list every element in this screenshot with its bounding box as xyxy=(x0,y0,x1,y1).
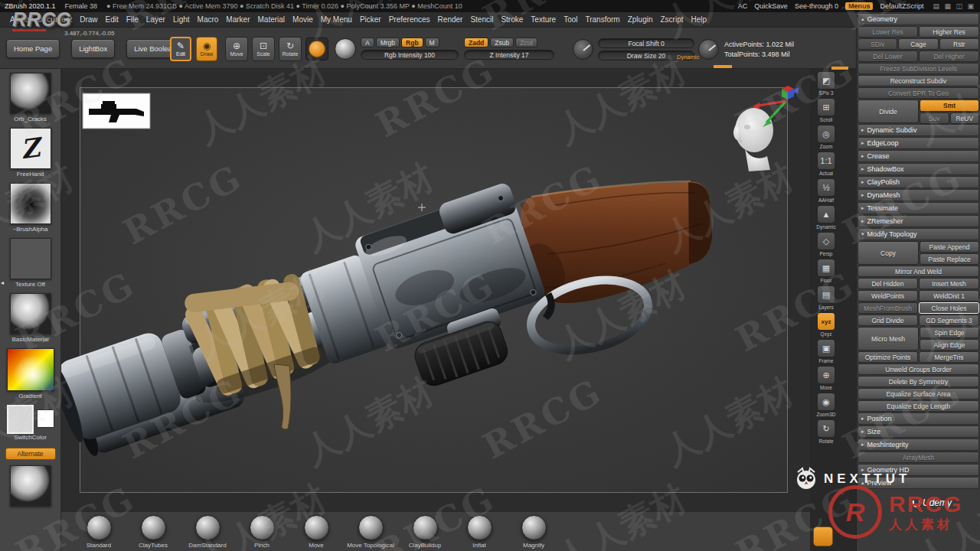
panel-button[interactable]: Insert Mesh xyxy=(919,278,979,289)
menu-item[interactable]: Movie xyxy=(289,15,317,24)
titlebar-button[interactable]: AC xyxy=(738,2,748,10)
menu-item[interactable]: Layer xyxy=(142,15,169,24)
panel-button[interactable]: Micro Mesh xyxy=(858,327,919,350)
panel-button[interactable]: Equalize Edge Length xyxy=(858,400,979,412)
brush-item[interactable]: DamStandard xyxy=(182,515,233,549)
shotgun-model[interactable] xyxy=(61,69,810,511)
edit-button[interactable]: ✎ Edit xyxy=(170,37,191,61)
shelf-button-icon[interactable]: ▲ xyxy=(817,205,835,223)
subpalette-header[interactable]: ▸ShadowBox xyxy=(858,163,979,175)
panel-button[interactable]: Mirror And Weld xyxy=(858,266,979,277)
panel-button[interactable]: Unweld Groups Border xyxy=(858,364,979,375)
subpalette-header[interactable]: ▸Dynamic Subdiv xyxy=(858,124,979,136)
subpalette-header[interactable]: ▸DynaMesh xyxy=(858,189,979,201)
subpalette-header[interactable]: ▸Position xyxy=(858,412,979,425)
draw-button[interactable]: ◉ Draw xyxy=(196,37,217,61)
brush-item[interactable]: Magnify xyxy=(508,515,559,549)
subpalette-header[interactable]: ▸MeshIntegrity xyxy=(858,439,979,451)
brush-thumbnail[interactable] xyxy=(304,515,329,540)
shelf-button[interactable]: ↻ Rotate xyxy=(812,419,840,444)
left-tray-item[interactable]: FreeHand xyxy=(10,128,51,178)
subpalette-header[interactable]: ▾Modify Topology xyxy=(858,228,979,240)
subpalette-header[interactable]: ▸EdgeLoop xyxy=(858,137,979,149)
focal-shift-slider[interactable]: Focal Shift 0 xyxy=(598,38,694,48)
panel-button[interactable]: Close Holes xyxy=(919,302,979,314)
brush-thumbnail[interactable] xyxy=(87,515,112,540)
transform-button[interactable]: ↻ Rotate xyxy=(279,37,302,61)
paint-mode-button[interactable]: M xyxy=(425,37,439,47)
menu-item[interactable]: Macro xyxy=(194,15,223,24)
panel-button[interactable]: Spin Edge xyxy=(920,327,979,338)
panel-button[interactable]: Grid Divide xyxy=(858,315,918,326)
viewport-canvas[interactable] xyxy=(61,69,810,511)
panel-button[interactable]: Divide xyxy=(858,99,919,123)
panel-button[interactable]: Align Edge xyxy=(920,339,979,350)
sculpt-mode-button[interactable]: Zadd xyxy=(464,37,488,47)
z-intensity-slider[interactable]: Z Intensity 17 xyxy=(464,50,554,60)
transform-button[interactable]: ⊕ Move xyxy=(225,37,248,61)
menu-item[interactable]: Zplugin xyxy=(624,15,657,24)
panel-button[interactable]: Smt xyxy=(920,99,979,112)
paint-mode-button[interactable]: Mrgb xyxy=(376,37,400,47)
shelf-button-icon[interactable]: ▦ xyxy=(817,259,835,277)
menu-item[interactable]: Stroke xyxy=(497,15,527,24)
transform-button[interactable]: ⊡ Scale xyxy=(252,37,275,61)
current-brush-swatch[interactable] xyxy=(305,37,328,60)
menu-item[interactable]: Picker xyxy=(356,15,385,24)
brush-thumbnail[interactable] xyxy=(141,515,166,540)
shelf-button[interactable]: ⊕ Move xyxy=(812,366,840,390)
left-tray-thumbnail[interactable] xyxy=(10,128,51,169)
left-tray-item[interactable]: BasicMaterial xyxy=(10,293,51,343)
shelf-button[interactable]: ◎ Zoom xyxy=(812,125,840,149)
panel-button[interactable]: Freeze SubDivision Levels xyxy=(858,63,979,74)
subpalette-header[interactable]: ▴Geometry xyxy=(858,13,979,25)
brush-thumbnail[interactable] xyxy=(521,515,547,540)
window-layout-icons[interactable]: ▤ ▦ ◫ ▣ xyxy=(933,2,975,10)
shelf-button[interactable]: ▲ Dynamic xyxy=(812,205,840,230)
shelf-button-icon[interactable]: ⊕ xyxy=(817,366,835,384)
titlebar-button[interactable]: DefaultZScript xyxy=(880,2,923,10)
menu-item[interactable]: Marker xyxy=(222,15,253,24)
menu-item[interactable]: Draw xyxy=(76,15,101,24)
shelf-button-icon[interactable]: 1:1 xyxy=(817,152,835,170)
menu-item[interactable]: Render xyxy=(434,15,467,24)
shelf-button-icon[interactable]: ◩ xyxy=(817,71,835,90)
left-tray-item[interactable]: Texture Off xyxy=(10,238,51,288)
shelf-button[interactable]: ▣ Frame xyxy=(812,339,840,364)
sculpt-mode-button[interactable]: Zcut xyxy=(515,37,537,47)
subpalette-header[interactable]: ▸Crease xyxy=(858,150,979,162)
panel-button[interactable]: Paste Append xyxy=(920,241,979,253)
panel-button[interactable]: Convert BPR To Geo xyxy=(858,87,979,99)
brush-item[interactable]: Pinch xyxy=(237,515,287,549)
panel-button[interactable]: Cage xyxy=(898,38,938,50)
brush-item[interactable]: Standard xyxy=(74,515,124,549)
points-dial-icon[interactable] xyxy=(698,39,719,60)
shelf-button-icon[interactable]: ◎ xyxy=(817,125,835,143)
sculpt-mode-button[interactable]: Zsub xyxy=(490,37,514,47)
menu-item[interactable]: Zscript xyxy=(657,15,688,24)
panel-button[interactable]: WeldPoints xyxy=(858,290,918,302)
brush-item[interactable]: ClayBuildup xyxy=(400,515,450,549)
subpalette-header[interactable]: ▸ClayPolish xyxy=(858,176,979,188)
panel-button[interactable]: WeldDist 1 xyxy=(919,290,979,302)
brush-item[interactable]: Move Topological xyxy=(345,515,396,549)
rgb-intensity-slider[interactable]: Rgb Intensity 100 xyxy=(361,50,459,60)
shelf-button[interactable]: ⊞ Scroll xyxy=(812,98,840,122)
panel-button[interactable]: MeshFromBrush xyxy=(858,302,918,314)
current-material-ball[interactable] xyxy=(335,38,356,60)
left-tray-thumbnail[interactable] xyxy=(10,293,51,334)
shelf-button-icon[interactable]: ⊞ xyxy=(817,98,835,116)
left-tray-item[interactable]: ~BrushAlpha xyxy=(10,183,51,233)
shelf-button[interactable]: ◉ Zoom3D xyxy=(812,393,840,417)
shelf-button-icon[interactable]: ½ xyxy=(817,178,835,197)
titlebar-button[interactable]: Menus xyxy=(845,2,874,10)
shelf-button[interactable]: ½ AAHalf xyxy=(812,178,840,203)
menu-item[interactable]: My Menu xyxy=(317,15,356,24)
shelf-button[interactable]: ▦ Floor xyxy=(812,259,840,283)
menu-item[interactable]: Material xyxy=(253,15,289,24)
a-button[interactable]: A xyxy=(361,37,374,47)
menu-item[interactable]: File xyxy=(122,15,142,24)
panel-button[interactable]: Optimize Points xyxy=(858,351,918,363)
menu-item[interactable]: Texture xyxy=(527,15,560,24)
menu-item[interactable]: Edit xyxy=(102,15,122,24)
